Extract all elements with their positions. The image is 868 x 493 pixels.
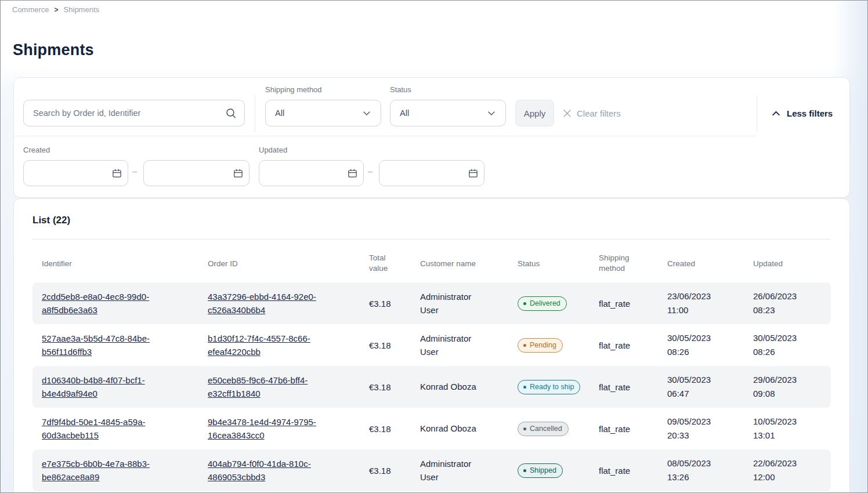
search-field-wrap	[23, 100, 245, 126]
status-select[interactable]: All	[390, 100, 506, 126]
created-cell: 23/06/202311:00	[667, 289, 753, 317]
column-header-updated: Updated	[753, 259, 822, 268]
column-header-identifier: Identifier	[42, 259, 208, 268]
order-id-link[interactable]: b1d30f12-7f4c-4557-8c66-efeaf4220cbb	[208, 332, 353, 359]
list-divider	[32, 239, 831, 240]
calendar-icon[interactable]	[111, 168, 122, 179]
column-header-status: Status	[518, 259, 599, 268]
shipping-method-cell: flat_rate	[599, 340, 667, 350]
table-body: 2cdd5eb8-e8a0-4ec8-99d0-a8f5db6e3a63 43a…	[32, 282, 831, 491]
table-row: 527aae3a-5b5d-47c8-84be-b56f11d6ffb3 b1d…	[32, 324, 831, 366]
close-icon	[563, 109, 572, 118]
customer-name-cell: Administrator User	[420, 290, 484, 317]
customer-name-cell: Administrator User	[420, 457, 484, 484]
status-badge: Pending	[518, 338, 563, 353]
table-row: d106340b-b4b8-4f07-bcf1-b4e4d9af94e0 e50…	[32, 366, 831, 408]
updated-cell: 26/06/202308:23	[753, 289, 822, 317]
less-filters-toggle[interactable]: Less filters	[771, 100, 833, 126]
breadcrumb-shipments[interactable]: Shipments	[64, 5, 99, 14]
table-header-row: Identifier Order ID Total value Customer…	[32, 245, 831, 282]
column-header-order-id: Order ID	[208, 259, 369, 268]
chevron-up-icon	[771, 108, 781, 118]
shipping-method-value: All	[275, 108, 284, 118]
column-header-customer-name: Customer name	[420, 259, 518, 268]
chevron-down-icon	[487, 108, 496, 118]
less-filters-label: Less filters	[787, 108, 833, 118]
created-cell: 30/05/202308:26	[667, 331, 753, 359]
updated-cell: 29/06/202309:08	[753, 373, 822, 401]
identifier-link[interactable]: 7df9f4bd-50e1-4845-a59a-60d3acbeb115	[42, 415, 187, 443]
table-row: 2cdd5eb8-e8a0-4ec8-99d0-a8f5db6e3a63 43a…	[32, 282, 831, 324]
status-value: All	[400, 108, 409, 118]
total-value-cell: €3.18	[369, 466, 420, 476]
breadcrumb-separator-icon: >	[55, 6, 59, 14]
identifier-link[interactable]: 527aae3a-5b5d-47c8-84be-b56f11d6ffb3	[42, 332, 187, 359]
column-header-total-value: Total value	[369, 253, 393, 274]
created-cell: 30/05/202306:47	[667, 373, 753, 401]
created-cell: 09/05/202320:33	[667, 415, 753, 443]
table-row: e7e375cb-6b0b-4e7a-88b3-be862ace8a89 404…	[32, 449, 831, 491]
identifier-link[interactable]: 2cdd5eb8-e8a0-4ec8-99d0-a8f5db6e3a63	[42, 290, 187, 317]
apply-button[interactable]: Apply	[515, 100, 554, 126]
page-title: Shipments	[13, 41, 94, 59]
created-cell: 08/05/202313:26	[667, 456, 753, 484]
column-header-shipping-method: Shipping method	[599, 253, 639, 274]
updated-label: Updated	[259, 146, 287, 154]
updated-cell: 22/06/202312:00	[753, 456, 822, 484]
shipments-page: Commerce > Shipments Shipments Shipping …	[0, 0, 868, 493]
status-badge-label: Pending	[530, 341, 556, 349]
filter-row-divider	[14, 136, 757, 136]
status-badge: Ready to ship	[518, 380, 580, 394]
total-value-cell: €3.18	[369, 340, 420, 350]
updated-cell: 10/05/202313:01	[753, 415, 822, 443]
search-icon	[225, 107, 237, 119]
status-dot-icon	[523, 469, 526, 472]
shipping-method-label: Shipping method	[265, 85, 322, 94]
status-badge-label: Delivered	[530, 299, 560, 307]
shipping-method-cell: flat_rate	[599, 382, 667, 392]
customer-name-cell: Administrator User	[420, 332, 484, 359]
clear-filters-button[interactable]: Clear filters	[563, 100, 621, 126]
status-dot-icon	[523, 344, 526, 347]
column-header-created: Created	[667, 259, 753, 268]
filters-panel: Shipping method All Status All Apply	[13, 77, 850, 198]
search-input[interactable]	[23, 100, 245, 126]
shipments-list-panel: List (22) Identifier Order ID Total valu…	[13, 198, 850, 493]
total-value-cell: €3.18	[369, 299, 420, 309]
status-badge: Cancelled	[518, 422, 569, 436]
updated-range-dash: –	[368, 166, 372, 176]
status-badge-label: Cancelled	[530, 425, 562, 433]
order-id-link[interactable]: 9b4e3478-1e4d-4974-9795-16cea3843cc0	[208, 415, 353, 443]
breadcrumb: Commerce > Shipments	[12, 5, 99, 14]
chevron-down-icon	[362, 108, 371, 118]
filter-divider	[255, 95, 255, 132]
created-label: Created	[23, 146, 50, 154]
clear-filters-label: Clear filters	[577, 108, 621, 118]
status-dot-icon	[523, 386, 526, 389]
status-badge-label: Shipped	[530, 466, 556, 474]
customer-name-cell: Konrad Oboza	[420, 422, 484, 435]
shipping-method-cell: flat_rate	[599, 466, 667, 476]
total-value-cell: €3.18	[369, 424, 420, 434]
updated-cell: 30/05/202308:26	[753, 331, 822, 359]
calendar-icon[interactable]	[233, 168, 244, 179]
order-id-link[interactable]: 43a37296-ebbd-4164-92e0-c526a340b6b4	[208, 290, 353, 317]
breadcrumb-commerce[interactable]: Commerce	[12, 5, 49, 14]
identifier-link[interactable]: e7e375cb-6b0b-4e7a-88b3-be862ace8a89	[42, 457, 187, 484]
shipping-method-cell: flat_rate	[599, 424, 667, 434]
shipping-method-cell: flat_rate	[599, 299, 667, 309]
status-badge: Delivered	[518, 296, 567, 311]
calendar-icon[interactable]	[468, 168, 479, 179]
status-dot-icon	[523, 427, 526, 430]
status-label: Status	[390, 85, 411, 94]
calendar-icon[interactable]	[347, 168, 358, 179]
status-badge-label: Ready to ship	[530, 383, 574, 391]
filter-divider	[757, 95, 757, 132]
order-id-link[interactable]: 404ab794-f0f0-41da-810c-4869053cbbd3	[208, 457, 353, 484]
identifier-link[interactable]: d106340b-b4b8-4f07-bcf1-b4e4d9af94e0	[42, 374, 187, 401]
shipping-method-select[interactable]: All	[265, 100, 381, 126]
table-row: 7df9f4bd-50e1-4845-a59a-60d3acbeb115 9b4…	[32, 408, 831, 449]
list-title: List (22)	[32, 215, 70, 226]
order-id-link[interactable]: e50ceb85-f9c6-47b6-bff4-e32cff1b1840	[208, 374, 353, 401]
status-dot-icon	[523, 302, 526, 305]
